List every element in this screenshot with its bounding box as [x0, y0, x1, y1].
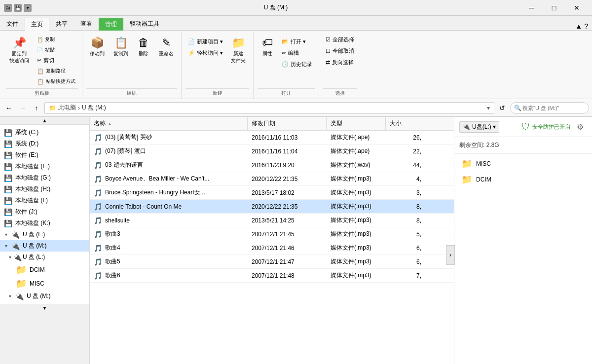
file-icon: 🎵 [94, 134, 102, 142]
close-button[interactable]: ✕ [565, 0, 588, 16]
sidebar-item-l-misc[interactable]: 📁 MISC [0, 277, 89, 291]
paste-button[interactable]: 📄 粘贴 [35, 45, 78, 55]
pin-button[interactable]: 📌 固定到 快速访问 [6, 35, 33, 86]
table-row[interactable]: 🎵 (03) [黄莺莺] 哭砂 2016/11/16 11:03 媒体文件(.a… [90, 131, 454, 145]
sidebar-item-soft-e[interactable]: 💾 软件 (E:) [0, 149, 89, 161]
sidebar-item-udisk-m[interactable]: ▼ 🔌 U 盘 (M:) [0, 240, 89, 252]
sidebar-group-udisk-l[interactable]: ▼ 🔌 U 盘 (L:) [0, 252, 89, 263]
table-row[interactable]: 🎵 03 逝去的诺言 2016/11/23 9:20 媒体文件(.wav) 44… [90, 158, 454, 172]
panel-collapse-arrow[interactable]: › [446, 245, 455, 265]
forward-button[interactable]: → [17, 102, 29, 114]
tab-home[interactable]: 主页 [25, 18, 49, 31]
open-button[interactable]: 📂 打开 ▾ [279, 36, 315, 47]
file-size-cell: 6, [386, 256, 425, 268]
edit-icon: ✏ [282, 50, 286, 56]
move-label: 移动到 [90, 50, 105, 57]
copypath-button[interactable]: 📋 复制路径 [35, 66, 78, 76]
selectnone-button[interactable]: ☐ 全部取消 [323, 46, 357, 56]
col-header-date[interactable]: 修改日期 [248, 117, 327, 130]
newitem-button[interactable]: 📄 新建项目 ▾ [185, 36, 225, 47]
right-panel: 🔌 U盘(L:) ▾ 🛡 安全防护已开启 ⚙ 剩余空间: 2.8G 📁 MISC… [454, 117, 592, 364]
col-header-size[interactable]: 大小 [386, 117, 425, 130]
table-row[interactable]: 🎵 (07) [蔡琴] 渡口 2016/11/16 11:04 媒体文件(.ap… [90, 145, 454, 158]
right-folder-item[interactable]: 📁 MISC [459, 157, 587, 171]
refresh-button[interactable]: ↺ [496, 102, 508, 114]
tab-manage[interactable]: 管理 [99, 18, 123, 31]
address-bar: ← → ↑ 📁 此电脑 › U 盘 (M:) ▾ ↺ 🔍 [0, 99, 592, 117]
path-thispc: 此电脑 [58, 104, 76, 112]
ribbon-collapse-button[interactable]: ▲ [575, 22, 582, 30]
sidebar-item-local-h[interactable]: 💾 本地磁盘 (H:) [0, 183, 89, 195]
sidebar-item-sys-c[interactable]: 💾 系统 (C:) [0, 127, 89, 138]
props-label: 属性 [262, 50, 272, 57]
selectall-button[interactable]: ☑ 全部选择 [323, 35, 357, 45]
folder-icon: 📁 [461, 158, 472, 169]
table-row[interactable]: 🎵 Boyce Avenue、Bea Miller - We Can't... … [90, 172, 454, 186]
rename-button[interactable]: ✎ 重命名 [155, 35, 177, 59]
sidebar-label-soft-j: 软件 (J:) [15, 208, 37, 216]
hdd-icon-g: 💾 [4, 174, 12, 182]
minimize-button[interactable]: ─ [520, 0, 543, 16]
copy2-label: 复制到 [113, 50, 128, 57]
table-row[interactable]: 🎵 Bruce Springsteen - Hungry Heart女... 2… [90, 186, 454, 200]
maximize-button[interactable]: □ [543, 0, 565, 16]
help-button[interactable]: ? [584, 22, 588, 30]
sidebar-item-local-k[interactable]: 💾 本地磁盘 (K:) [0, 218, 89, 229]
copy-button[interactable]: 📋 复制 [35, 35, 78, 44]
newfolder-button[interactable]: 📁 新建文件夹 [227, 35, 249, 66]
back-button[interactable]: ← [3, 102, 15, 114]
sidebar-label-udisk-m: U 盘 (M:) [23, 242, 47, 250]
sidebar-scroll-down[interactable]: ▼ [0, 304, 89, 312]
file-type-cell: 媒体文件(.mp3) [327, 255, 386, 268]
search-input[interactable] [510, 102, 589, 114]
table-row[interactable]: 🎵 shellsuite 2013/5/21 14:25 媒体文件(.mp3) … [90, 214, 454, 227]
file-name-cell: 🎵 (03) [黄莺莺] 哭砂 [90, 131, 248, 144]
copy2-button[interactable]: 📋 复制到 [110, 35, 132, 59]
table-row[interactable]: 🎵 歌曲5 2007/12/1 21:47 媒体文件(.mp3) 6, [90, 255, 454, 269]
col-header-type[interactable]: 类型 [327, 117, 386, 130]
sidebar-label-local-g: 本地磁盘 (G:) [15, 174, 51, 182]
usb-icon-m-sub: 🔌 [15, 292, 24, 300]
file-size-cell: 22, [386, 146, 425, 157]
sidebar-item-sys-d[interactable]: 💾 系统 (D:) [0, 138, 89, 149]
table-row[interactable]: 🎵 歌曲4 2007/12/1 21:46 媒体文件(.mp3) 6, [90, 241, 454, 255]
table-row[interactable]: 🎵 歌曲3 2007/12/1 21:45 媒体文件(.mp3) 5, [90, 227, 454, 241]
sidebar-scroll-up[interactable]: ▲ [0, 117, 89, 125]
pasteshortcut-button[interactable]: 📋 粘贴快捷方式 [35, 76, 78, 86]
tab-file[interactable]: 文件 [0, 17, 25, 30]
copypath-icon: 📋 [37, 68, 44, 74]
up-button[interactable]: ↑ [31, 102, 42, 114]
sidebar-item-local-g[interactable]: 💾 本地磁盘 (G:) [0, 172, 89, 183]
tab-view[interactable]: 查看 [74, 17, 99, 30]
delete-button[interactable]: 🗑 删除 [134, 35, 153, 59]
history-button[interactable]: 🕒 历史记录 [279, 59, 315, 70]
drive-selector[interactable]: 🔌 U盘(L:) ▾ [459, 121, 499, 133]
props-button[interactable]: 🏷 属性 [258, 35, 277, 59]
tab-share[interactable]: 共享 [49, 17, 74, 30]
path-drive: U 盘 (M:) [82, 104, 106, 112]
col-header-name[interactable]: 名称 ▲ [90, 117, 248, 130]
delete-icon: 🗑 [138, 36, 149, 49]
table-row[interactable]: 🎵 Connie Talbot - Count On Me 2020/12/22… [90, 200, 454, 214]
sidebar-item-local-i[interactable]: 💾 本地磁盘 (I:) [0, 195, 89, 206]
sidebar-item-l-dcim[interactable]: 📁 DCIM [0, 263, 89, 277]
sidebar-item-udisk-l[interactable]: ▼ 🔌 U 盘 (L:) [0, 229, 89, 240]
title-bar: 🗂 💾 ▾ U 盘 (M:) ─ □ ✕ [0, 0, 592, 16]
edit-button[interactable]: ✏ 编辑 [279, 48, 315, 58]
tab-drive[interactable]: 驱动器工具 [123, 17, 166, 30]
cut-button[interactable]: ✂ 剪切 [35, 55, 78, 66]
sidebar-item-local-f[interactable]: 💾 本地磁盘 (F:) [0, 161, 89, 172]
invertselect-button[interactable]: ⇄ 反向选择 [323, 57, 356, 68]
right-folder-item[interactable]: 📁 DCIM [459, 173, 587, 186]
table-row[interactable]: 🎵 歌曲6 2007/12/1 21:48 媒体文件(.mp3) 7, [90, 269, 454, 283]
sidebar-label-soft-e: 软件 (E:) [15, 151, 38, 159]
sidebar-item-udisk-m-sub[interactable]: ▼ 🔌 U 盘 (M:) [0, 291, 89, 302]
file-name-cell: 🎵 歌曲4 [90, 241, 248, 255]
address-path[interactable]: 📁 此电脑 › U 盘 (M:) ▾ [44, 102, 494, 114]
move-button[interactable]: 📦 移动到 [86, 35, 108, 59]
gear-button[interactable]: ⚙ [573, 120, 587, 134]
file-name-text: Connie Talbot - Count On Me [105, 203, 182, 210]
sidebar-item-soft-j[interactable]: 💾 软件 (J:) [0, 206, 89, 218]
easyaccess-button[interactable]: ⚡ 轻松访问 ▾ [185, 48, 225, 58]
file-size-cell: 6, [386, 242, 425, 254]
